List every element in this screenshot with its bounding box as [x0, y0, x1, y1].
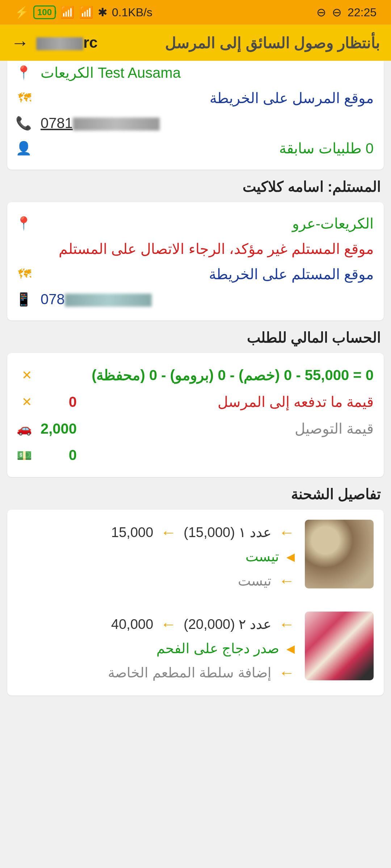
item-image — [305, 520, 374, 588]
charging-icon: ⚡ — [14, 5, 29, 19]
signal-icon: 📶 — [79, 5, 93, 19]
item-qty-price: عدد ٢ (20,000) — [184, 616, 272, 632]
location-pin-icon: 📍 — [17, 65, 32, 80]
map-icon: 🗺 — [17, 90, 32, 106]
item-total: 15,000 — [111, 525, 153, 540]
order-code: rc — [36, 34, 98, 51]
cash-value: 0 — [41, 447, 77, 463]
header-status-title: بأنتظار وصول السائق إلى المرسل — [105, 34, 380, 52]
delivery-value: 2,000 — [41, 421, 77, 437]
shipment-item: ← عدد ١ (15,000) ← 15,000 ◀ تيست ← تيست — [17, 520, 374, 593]
item-image — [305, 612, 374, 680]
arrow-left-icon: ← — [279, 615, 295, 633]
sender-phone[interactable]: 0781 — [41, 115, 374, 131]
shipment-item: ← عدد ٢ (20,000) ← 40,000 ◀ صدر دجاج على… — [17, 612, 374, 685]
arrow-left-icon: ← — [279, 523, 295, 541]
battery-icon: 100 — [33, 5, 56, 19]
pay-to-sender-label: قيمة ما تدفعه إلى المرسل — [85, 393, 374, 410]
arrow-left-icon: ← — [160, 523, 176, 541]
person-icon: 👤 — [17, 141, 32, 156]
mobile-icon: 📱 — [17, 292, 32, 307]
sender-name-truncated: Test Ausama الكريعات — [41, 64, 181, 81]
finance-section-title: الحساب المالي للطلب — [10, 329, 381, 346]
bluetooth-icon: ✱ — [98, 5, 108, 19]
arrow-left-icon: ← — [160, 615, 176, 633]
arrow-left-icon: ← — [279, 664, 295, 682]
phone-icon: 📞 — [17, 116, 32, 131]
car-icon: 🚗 — [17, 421, 32, 436]
item-total: 40,000 — [111, 617, 153, 632]
shipment-card: ← عدد ١ (15,000) ← 15,000 ◀ تيست ← تيست — [7, 510, 384, 695]
pay-to-sender-value: 0 — [41, 394, 77, 410]
shipment-section-title: تفاصيل الشحنة — [10, 486, 381, 502]
status-icon-2: ⊖ — [316, 5, 326, 19]
map-icon: 🗺 — [17, 267, 32, 282]
item-name: تيست — [245, 549, 279, 565]
arrow-left-icon: ← — [279, 572, 295, 590]
delivery-label: قيمة التوصيل — [85, 420, 374, 437]
recipient-section-title: المستلم: اسامه كلاكيت — [10, 178, 381, 195]
finance-calculation: 0 = 55,000 - 0 (خصم) - 0 (برومو) - 0 (مح… — [41, 367, 374, 383]
triangle-icon: ◀ — [286, 550, 295, 563]
sender-card: Test Ausama الكريعات 📍 موقع المرسل على ا… — [7, 61, 384, 170]
location-pin-icon: 📍 — [17, 216, 32, 231]
recipient-location: الكريعات-عرو — [41, 215, 374, 232]
item-name: صدر دجاج على الفحم — [156, 641, 279, 656]
sender-map-link[interactable]: موقع المرسل على الخريطة — [41, 90, 374, 106]
recipient-card: الكريعات-عرو 📍 موقع المستلم غير مؤكد، ال… — [7, 202, 384, 320]
wifi-icon: 📶 — [60, 5, 75, 19]
item-note: تيست — [238, 573, 272, 589]
previous-orders: 0 طلبيات سابقة — [41, 140, 374, 157]
app-header: بأنتظار وصول السائق إلى المرسل rc ← — [0, 25, 391, 61]
item-note: إضافة سلطة المطعم الخاصة — [108, 665, 272, 681]
recipient-warning: موقع المستلم غير مؤكد، الرجاء الاتصال عل… — [17, 241, 374, 257]
utensils-icon: ✕ — [17, 368, 32, 382]
cash-icon: 💵 — [17, 448, 32, 463]
recipient-phone[interactable]: 078 — [41, 291, 374, 307]
utensils-icon: ✕ — [17, 395, 32, 409]
data-rate: 0.1KB/s — [112, 6, 152, 19]
status-time: 22:25 — [348, 6, 377, 19]
status-bar: 22:25 ⊖ ⊖ 0.1KB/s ✱ 📶 📶 100 ⚡ — [0, 0, 391, 25]
status-icon-1: ⊖ — [332, 5, 342, 19]
finance-card: 0 = 55,000 - 0 (خصم) - 0 (برومو) - 0 (مح… — [7, 353, 384, 477]
recipient-map-link[interactable]: موقع المستلم على الخريطة — [41, 266, 374, 282]
back-arrow-icon[interactable]: ← — [11, 32, 29, 53]
item-qty-price: عدد ١ (15,000) — [184, 524, 272, 540]
triangle-icon: ◀ — [286, 642, 295, 655]
